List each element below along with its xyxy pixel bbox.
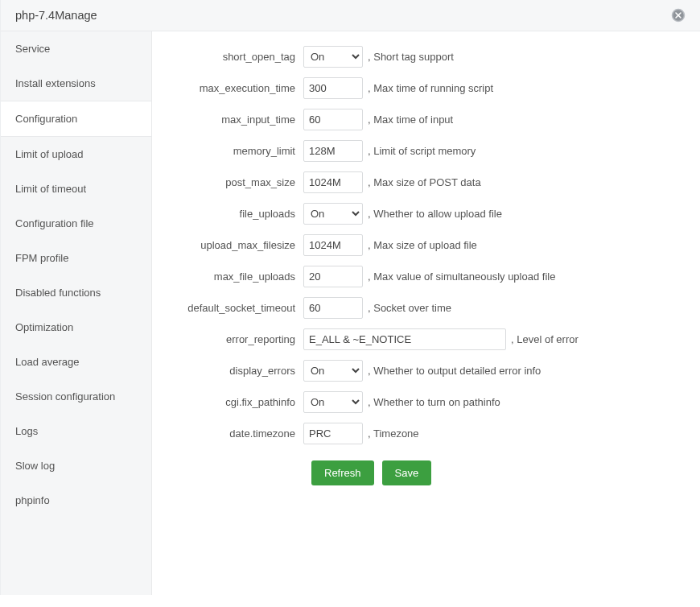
config-row-date-timezone: date.timezone, Timezone (167, 423, 686, 444)
config-control: OnOff (303, 391, 363, 413)
config-row-max-execution-time: max_execution_time, Max time of running … (167, 77, 686, 99)
php-manage-panel: php-7.4Manage ServiceInstall extensionsC… (0, 0, 700, 595)
config-input-upload_max_filesize[interactable] (303, 234, 363, 256)
config-control (303, 266, 363, 287)
config-label: date.timezone (167, 427, 303, 440)
sidebar-item-configuration[interactable]: Configuration (1, 101, 151, 137)
config-row-file-uploads: file_uploadsOnOff, Whether to allow uplo… (167, 203, 686, 225)
refresh-button[interactable]: Refresh (311, 460, 374, 485)
sidebar-item-limit-of-upload[interactable]: Limit of upload (1, 137, 151, 171)
config-row-short-open-tag: short_open_tagOnOff, Short tag support (167, 46, 686, 68)
config-row-max-input-time: max_input_time, Max time of input (167, 109, 686, 130)
button-row: Refresh Save (311, 460, 686, 485)
main-content: short_open_tagOnOff, Short tag supportma… (152, 31, 700, 595)
config-desc: , Max time of input (363, 114, 453, 126)
sidebar-item-install-extensions[interactable]: Install extensions (1, 66, 151, 101)
config-row-error-reporting: error_reporting, Level of error (167, 328, 686, 350)
titlebar: php-7.4Manage (1, 0, 700, 31)
config-label: post_max_size (167, 176, 303, 188)
sidebar-item-service[interactable]: Service (1, 31, 151, 66)
sidebar-item-label: Configuration (15, 113, 77, 125)
panel-title: php-7.4Manage (15, 9, 97, 22)
sidebar-item-label: Optimization (15, 321, 73, 333)
sidebar-item-label: Slow log (15, 460, 55, 472)
config-select-short_open_tag[interactable]: OnOff (303, 46, 363, 68)
close-icon[interactable] (671, 8, 686, 23)
config-control (303, 140, 363, 162)
sidebar-item-label: Load average (15, 356, 80, 368)
config-label: cgi.fix_pathinfo (167, 396, 303, 408)
config-control: OnOff (303, 360, 363, 382)
config-row-cgi-fix-pathinfo: cgi.fix_pathinfoOnOff, Whether to turn o… (167, 391, 686, 413)
config-row-memory-limit: memory_limit, Limit of script memory (167, 140, 686, 162)
config-row-max-file-uploads: max_file_uploads, Max value of simultane… (167, 266, 686, 287)
config-label: display_errors (167, 365, 303, 377)
config-label: default_socket_timeout (167, 302, 303, 314)
config-input-max_execution_time[interactable] (303, 77, 363, 99)
config-desc: , Max time of running script (363, 82, 493, 94)
config-input-memory_limit[interactable] (303, 140, 363, 162)
config-desc: , Socket over time (363, 302, 451, 314)
sidebar: ServiceInstall extensionsConfigurationLi… (1, 31, 152, 595)
config-select-file_uploads[interactable]: OnOff (303, 203, 363, 225)
sidebar-item-label: Limit of timeout (15, 183, 86, 195)
config-row-upload-max-filesize: upload_max_filesize, Max size of upload … (167, 234, 686, 256)
sidebar-item-phpinfo[interactable]: phpinfo (1, 483, 151, 518)
config-control (303, 234, 363, 256)
sidebar-item-label: Logs (15, 425, 38, 437)
sidebar-item-disabled-functions[interactable]: Disabled functions (1, 275, 151, 310)
sidebar-item-session-configuration[interactable]: Session configuration (1, 379, 151, 414)
sidebar-item-slow-log[interactable]: Slow log (1, 448, 151, 483)
config-label: memory_limit (167, 145, 303, 157)
config-control: OnOff (303, 203, 363, 225)
config-select-cgi.fix_pathinfo[interactable]: OnOff (303, 391, 363, 413)
sidebar-item-label: phpinfo (15, 494, 50, 506)
config-label: file_uploads (167, 208, 303, 220)
config-desc: , Timezone (363, 427, 419, 440)
config-desc: , Short tag support (363, 51, 454, 63)
sidebar-item-label: Session configuration (15, 390, 115, 403)
config-input-default_socket_timeout[interactable] (303, 297, 363, 319)
panel-body: ServiceInstall extensionsConfigurationLi… (1, 31, 700, 595)
sidebar-item-label: Limit of upload (15, 148, 84, 160)
config-desc: , Max size of upload file (363, 239, 477, 251)
config-control (303, 77, 363, 99)
config-input-max_input_time[interactable] (303, 109, 363, 130)
config-input-error_reporting[interactable] (303, 328, 506, 350)
save-button[interactable]: Save (382, 460, 432, 485)
sidebar-item-label: Disabled functions (15, 287, 101, 299)
config-input-post_max_size[interactable] (303, 171, 363, 193)
config-input-max_file_uploads[interactable] (303, 266, 363, 287)
config-control (303, 171, 363, 193)
config-label: max_execution_time (167, 82, 303, 94)
config-control (303, 297, 363, 319)
sidebar-item-label: Service (15, 43, 50, 55)
sidebar-item-load-average[interactable]: Load average (1, 345, 151, 379)
config-label: error_reporting (167, 333, 303, 345)
config-control (303, 109, 363, 130)
config-desc: , Limit of script memory (363, 145, 476, 157)
config-input-date.timezone[interactable] (303, 423, 363, 444)
config-label: max_input_time (167, 114, 303, 126)
sidebar-item-optimization[interactable]: Optimization (1, 310, 151, 345)
config-desc: , Whether to output detailed error info (363, 365, 541, 377)
sidebar-item-label: Configuration file (15, 217, 94, 229)
config-desc: , Whether to turn on pathinfo (363, 396, 500, 408)
config-row-post-max-size: post_max_size, Max size of POST data (167, 171, 686, 193)
sidebar-item-fpm-profile[interactable]: FPM profile (1, 241, 151, 275)
config-desc: , Max value of simultaneously upload fil… (363, 270, 555, 283)
config-rows: short_open_tagOnOff, Short tag supportma… (167, 46, 686, 444)
sidebar-item-configuration-file[interactable]: Configuration file (1, 206, 151, 241)
config-label: max_file_uploads (167, 270, 303, 283)
config-desc: , Whether to allow upload file (363, 208, 502, 220)
config-control (303, 328, 506, 350)
config-desc: , Level of error (506, 333, 579, 345)
config-control: OnOff (303, 46, 363, 68)
config-label: upload_max_filesize (167, 239, 303, 251)
config-row-display-errors: display_errorsOnOff, Whether to output d… (167, 360, 686, 382)
sidebar-item-label: FPM profile (15, 252, 68, 264)
sidebar-item-limit-of-timeout[interactable]: Limit of timeout (1, 171, 151, 206)
sidebar-item-logs[interactable]: Logs (1, 414, 151, 448)
config-select-display_errors[interactable]: OnOff (303, 360, 363, 382)
sidebar-item-label: Install extensions (15, 77, 96, 89)
